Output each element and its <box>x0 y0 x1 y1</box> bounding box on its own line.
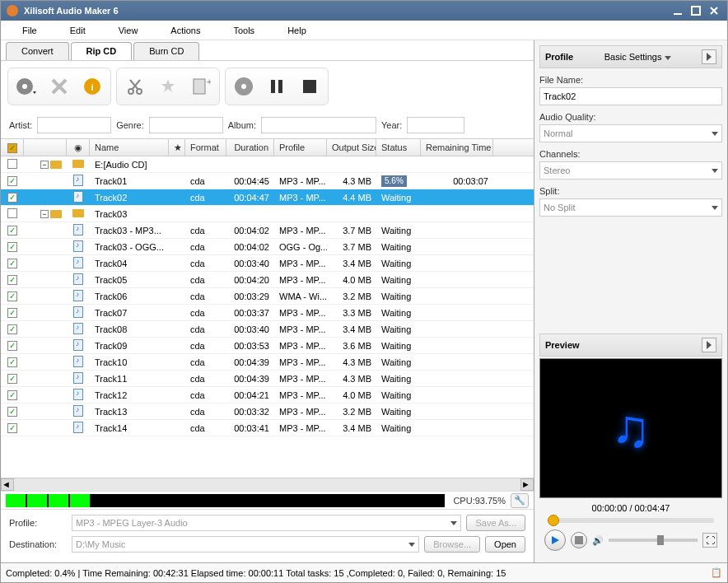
titlebar[interactable]: Xilisoft Audio Maker 6 <box>1 1 727 21</box>
track-checkbox[interactable] <box>7 159 17 169</box>
table-row[interactable]: Track05cda00:04:20MP3 - MP...4.0 MBWaiti… <box>1 272 534 288</box>
track-checkbox[interactable] <box>7 259 17 268</box>
volume-slider[interactable] <box>609 539 698 542</box>
info-button[interactable]: i <box>77 72 107 101</box>
col-header-type[interactable]: ◉ <box>67 139 90 156</box>
quality-select[interactable]: Normal <box>539 124 722 142</box>
track-checkbox[interactable] <box>7 341 17 351</box>
table-row[interactable]: Track04cda00:03:40MP3 - MP...3.4 MBWaiti… <box>1 255 534 272</box>
col-header-expand[interactable] <box>24 139 67 156</box>
table-row[interactable]: Track01cda00:04:45MP3 - MP...4.3 MB5.6%0… <box>1 173 534 189</box>
scroll-left-button[interactable]: ◄ <box>1 478 14 491</box>
output-profile-select[interactable]: MP3 - MPEG Layer-3 Audio <box>72 515 461 531</box>
preview-stop-button[interactable] <box>571 532 587 548</box>
col-header-output[interactable]: Output Size <box>327 139 376 156</box>
tab-burn-cd[interactable]: Burn CD <box>133 42 199 60</box>
track-checkbox[interactable] <box>7 423 17 433</box>
col-header-name[interactable]: Name <box>90 139 169 156</box>
track-checkbox[interactable] <box>7 374 17 384</box>
table-row[interactable]: Track14cda00:03:41MP3 - MP...3.4 MBWaiti… <box>1 420 534 436</box>
col-header-check[interactable] <box>1 139 24 156</box>
profile-collapse-button[interactable] <box>702 49 716 64</box>
track-checkbox[interactable] <box>7 308 17 318</box>
filename-input[interactable] <box>539 87 722 105</box>
add-profile-button[interactable]: + <box>186 72 216 101</box>
table-row[interactable]: Track09cda00:03:53MP3 - MP...3.6 MBWaiti… <box>1 338 534 354</box>
track-checkbox[interactable] <box>7 324 17 334</box>
track-remaining <box>421 295 493 298</box>
tab-rip-cd[interactable]: Rip CD <box>71 42 133 60</box>
favorite-button[interactable] <box>153 72 183 101</box>
col-header-format[interactable]: Format <box>185 139 226 156</box>
col-header-duration[interactable]: Duration <box>226 139 274 156</box>
artist-input[interactable] <box>37 117 111 133</box>
horizontal-scrollbar[interactable]: ◄ ► <box>1 478 534 491</box>
settings-button[interactable]: 🔧 <box>511 493 529 508</box>
table-row[interactable]: Track08cda00:03:40MP3 - MP...3.4 MBWaiti… <box>1 321 534 338</box>
close-button[interactable] <box>706 4 722 17</box>
disc-dropdown-button[interactable] <box>12 72 41 101</box>
col-header-remain[interactable]: Remaining Time <box>421 139 493 156</box>
table-row[interactable]: Track10cda00:04:39MP3 - MP...4.3 MBWaiti… <box>1 354 534 371</box>
preview-fullscreen-button[interactable]: ⛶ <box>702 533 717 548</box>
table-row[interactable]: Track07cda00:03:37MP3 - MP...3.3 MBWaiti… <box>1 305 534 321</box>
profile-settings-dropdown[interactable]: Basic Settings <box>604 52 671 62</box>
track-checkbox[interactable] <box>7 208 17 218</box>
scroll-right-button[interactable]: ► <box>520 478 534 491</box>
track-checkbox[interactable] <box>7 357 17 367</box>
destination-select[interactable]: D:\My Music <box>72 536 419 553</box>
menu-view[interactable]: View <box>102 23 155 38</box>
svg-text:+: + <box>207 77 211 86</box>
track-checkbox[interactable] <box>7 226 17 236</box>
scroll-track[interactable] <box>14 478 520 491</box>
track-checkbox[interactable] <box>7 242 17 252</box>
year-input[interactable] <box>407 117 464 133</box>
rip-button[interactable] <box>229 72 259 101</box>
track-checkbox[interactable] <box>7 390 17 400</box>
menu-actions[interactable]: Actions <box>154 23 217 38</box>
minimize-button[interactable] <box>670 4 686 17</box>
col-header-profile[interactable]: Profile <box>274 139 327 156</box>
stop-button[interactable] <box>295 72 324 101</box>
track-checkbox[interactable] <box>7 407 17 417</box>
channels-select[interactable]: Stereo <box>539 161 722 180</box>
tab-convert[interactable]: Convert <box>6 42 69 60</box>
table-row[interactable]: Track06cda00:03:29WMA - Wi...3.2 MBWaiti… <box>1 288 534 305</box>
delete-button[interactable] <box>44 72 74 101</box>
collapse-icon[interactable]: − <box>40 161 49 169</box>
track-checkbox[interactable] <box>7 176 17 186</box>
preview-collapse-button[interactable] <box>702 338 716 352</box>
table-row[interactable]: Track12cda00:04:21MP3 - MP...4.0 MBWaiti… <box>1 387 534 403</box>
col-header-status[interactable]: Status <box>376 139 421 156</box>
genre-input[interactable] <box>149 117 223 133</box>
pause-button[interactable] <box>262 72 292 101</box>
track-list[interactable]: −E:[Audio CD]Track01cda00:04:45MP3 - MP.… <box>1 156 534 478</box>
table-row[interactable]: Track03 - MP3...cda00:04:02MP3 - MP...3.… <box>1 222 534 239</box>
table-row[interactable]: Track11cda00:04:39MP3 - MP...4.3 MBWaiti… <box>1 371 534 387</box>
table-row[interactable]: −E:[Audio CD] <box>1 156 534 173</box>
track-output-size: 3.4 MB <box>327 323 376 336</box>
album-input[interactable] <box>261 117 376 133</box>
open-button[interactable]: Open <box>485 536 525 553</box>
track-name: Track06 <box>90 290 169 303</box>
menu-tools[interactable]: Tools <box>217 23 271 38</box>
maximize-button[interactable] <box>688 4 704 17</box>
preview-play-button[interactable] <box>544 529 566 551</box>
collapse-icon[interactable]: − <box>40 210 49 218</box>
track-checkbox[interactable] <box>7 292 17 301</box>
table-row[interactable]: Track03 - OGG...cda00:04:02OGG - Og...3.… <box>1 239 534 255</box>
track-checkbox[interactable] <box>7 275 17 285</box>
col-header-star[interactable]: ★ <box>169 139 185 156</box>
table-row[interactable]: Track02cda00:04:47MP3 - MP...4.4 MBWaiti… <box>1 189 534 206</box>
split-select[interactable]: No Split <box>539 198 722 217</box>
menu-edit[interactable]: Edit <box>54 23 102 38</box>
table-row[interactable]: −Track03 <box>1 206 534 222</box>
menu-help[interactable]: Help <box>271 23 323 38</box>
table-row[interactable]: Track13cda00:03:32MP3 - MP...3.2 MBWaiti… <box>1 403 534 420</box>
cut-button[interactable] <box>120 72 150 101</box>
menu-file[interactable]: File <box>6 23 54 38</box>
track-checkbox[interactable] <box>7 193 17 203</box>
save-as-button[interactable]: Save As... <box>466 515 525 531</box>
browse-button[interactable]: Browse... <box>424 536 480 553</box>
preview-seek-slider[interactable] <box>548 518 714 523</box>
